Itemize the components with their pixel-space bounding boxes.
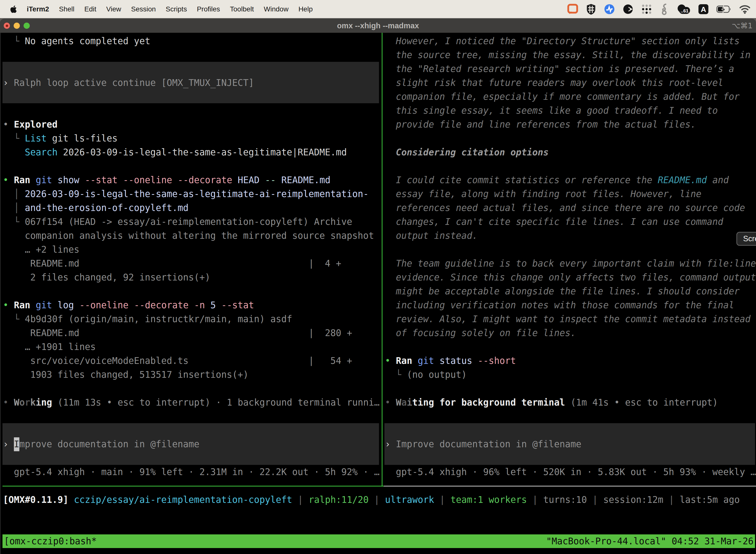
text-segment	[412, 354, 418, 368]
text-segment: mprove documentation in @filename	[19, 437, 199, 451]
terminal-line: might be acceptable alongside the file l…	[385, 284, 740, 298]
menu-item-scripts[interactable]: Scripts	[166, 5, 187, 13]
text-segment: └	[3, 215, 25, 229]
input-source-icon[interactable]: A	[698, 4, 709, 15]
text-segment: changes, I can't cite specific file line…	[385, 215, 723, 229]
terminal-line: └ (no output)	[385, 368, 467, 382]
text-segment: might be acceptable alongside the file l…	[385, 284, 740, 298]
menu-item-profiles[interactable]: Profiles	[197, 5, 220, 13]
terminal-line: README.md | 4 +	[3, 257, 341, 271]
text-segment: git	[36, 298, 52, 312]
text-segment: README.md | 280 +	[3, 326, 352, 340]
svg-text:A: A	[701, 5, 706, 13]
text-segment: I could cite commit statistics or refere…	[385, 173, 658, 187]
terminal-line: • Working (11m 13s • esc to interrupt) ·…	[3, 396, 379, 409]
terminal-line: • Explored	[3, 118, 58, 131]
chat-app-icon[interactable]	[567, 3, 578, 15]
text-segment: README.md	[658, 173, 707, 187]
text-segment: --stat	[221, 298, 254, 312]
text-segment: provide file and line references from th…	[385, 118, 696, 131]
menu-item-edit[interactable]: Edit	[84, 5, 96, 13]
text-segment: |	[663, 493, 680, 507]
text-segment: •	[385, 354, 396, 368]
text-segment: companion analysis without altering the …	[3, 229, 374, 243]
tmux-host-clock: "MacBook-Pro-44.local" 04:52 31-Mar-26	[546, 535, 754, 548]
dragon-vpn-icon[interactable]	[660, 3, 669, 15]
macos-menu-bar: iTerm2 Shell Edit View Session Scripts P…	[0, 0, 756, 18]
text-segment: 4b9d30f (origin/main, instructkr/main, m…	[25, 312, 292, 326]
text-segment: W	[14, 396, 19, 409]
menu-item-iterm2[interactable]: iTerm2	[27, 5, 49, 13]
terminal-line: … +1901 lines	[3, 340, 96, 354]
terminal-line: I could cite commit statistics or refere…	[385, 173, 729, 187]
text-segment: └	[3, 312, 25, 326]
terminal-line: └ List git ls-files	[3, 131, 118, 146]
text-segment: ng	[41, 396, 52, 409]
text-segment: --stat	[85, 173, 118, 187]
terminal-line: companion file, especially if more comme…	[385, 90, 740, 104]
text-segment: └	[3, 34, 25, 48]
text-segment: --decorate	[178, 173, 232, 187]
terminal-line: └ 067f154 (HEAD -> essay/ai-reimplementa…	[3, 215, 352, 229]
text-segment: gpt-5.4 xhigh · main · 91% left · 2.31M …	[3, 465, 379, 479]
text-segment: └	[3, 131, 25, 146]
terminal-line: • Ran git log --oneline --decorate -n 5 …	[3, 298, 254, 312]
text-segment: |	[587, 493, 603, 507]
text-segment: |	[292, 493, 309, 507]
text-segment: Improve documentation in @filename	[396, 437, 581, 451]
dots-grid-icon[interactable]	[641, 3, 652, 15]
terminal-line: However, I noticed the "Directory Struct…	[385, 34, 740, 48]
menu-item-toolbelt[interactable]: Toolbelt	[230, 5, 254, 13]
terminal-line: • Ran git status --short	[385, 354, 516, 368]
text-segment: No agents completed yet	[25, 34, 150, 48]
text-segment: turns:10	[543, 493, 587, 507]
text-segment: |	[527, 493, 543, 507]
terminal-line: Search 2026-03-09-is-legal-the-same-as-l…	[3, 146, 347, 159]
text-segment: List	[25, 131, 47, 146]
text-segment: show	[52, 173, 85, 187]
terminal-line: › Improve documentation in @filename	[3, 437, 199, 451]
menu-item-view[interactable]: View	[106, 5, 121, 13]
apple-menu-icon[interactable]	[10, 5, 17, 13]
text-segment: cczip/essay/ai-reimplementation-copyleft	[74, 493, 292, 507]
text-segment: README.md	[281, 173, 330, 187]
text-segment: a	[401, 396, 407, 409]
text-segment: the "Related research writing" section i…	[385, 62, 734, 76]
tmux-pane-divider[interactable]	[382, 33, 382, 486]
text-segment: including verification notes with those …	[385, 298, 734, 312]
terminal-line: • Ran git show --stat --oneline --decora…	[3, 173, 330, 187]
shield-grid-icon[interactable]	[586, 3, 596, 15]
text-segment: last:5m ago	[680, 493, 740, 507]
text-segment: │	[3, 187, 25, 201]
blue-activity-icon[interactable]	[604, 3, 615, 15]
text-segment: (11m 13s • esc to interrupt) · 1 backgro…	[52, 396, 379, 409]
terminal-line: › Ralph loop active continue [OMX_TMUX_I…	[3, 76, 254, 90]
tmux-session-name: [omx-cczip0:bash*	[4, 535, 97, 548]
text-segment: 067f154 (HEAD -> essay/ai-reimplementati…	[25, 215, 352, 229]
text-segment: •	[3, 173, 14, 187]
text-segment: --short	[478, 354, 516, 368]
text-segment: Search	[25, 146, 58, 159]
terminal-line: the source tree, missing the essay. Stil…	[385, 48, 751, 62]
text-segment: Ran	[396, 354, 412, 368]
terminal-line: slight risk that future readers may over…	[385, 76, 723, 90]
terminal-line: provide file and line references from th…	[385, 118, 696, 131]
menu-item-session[interactable]: Session	[131, 5, 156, 13]
text-segment: o	[19, 396, 25, 409]
text-segment: •	[3, 298, 14, 312]
text-segment: 2026-03-09-is-legal-the-same-as-legitima…	[58, 146, 347, 159]
text-segment: (1m 41s • esc to interrupt)	[565, 396, 718, 409]
menu-item-help[interactable]: Help	[298, 5, 313, 13]
text-segment: git ls-files	[47, 131, 118, 146]
text-segment: •	[385, 396, 396, 409]
terminal-line: [OMX#0.11.9] cczip/essay/ai-reimplementa…	[3, 493, 740, 507]
text-segment	[30, 298, 36, 312]
menu-item-window[interactable]: Window	[264, 5, 289, 13]
text-segment: -n	[194, 298, 205, 312]
menu-item-shell[interactable]: Shell	[59, 5, 74, 13]
notification-badge-icon[interactable]: ..61	[676, 3, 691, 15]
screen-sharing-button[interactable]: Scre	[737, 232, 756, 246]
text-segment: of focusing solely on file lines.	[385, 326, 576, 340]
shutter-app-icon[interactable]	[623, 4, 633, 15]
terminal-line: gpt-5.4 xhigh · 96% left · 520K in · 5.8…	[385, 465, 756, 479]
